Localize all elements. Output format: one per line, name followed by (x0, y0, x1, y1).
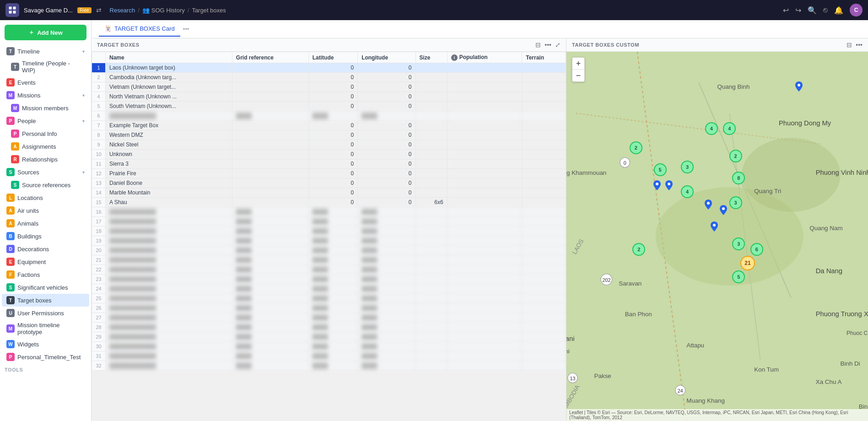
map-pin-7[interactable] (653, 180, 661, 192)
map-filter-icon[interactable]: ⊟ (846, 41, 852, 49)
map-cluster-3[interactable]: 4 (723, 122, 736, 135)
filter-icon[interactable]: ⊟ (535, 41, 541, 49)
more-icon[interactable]: ••• (545, 41, 551, 49)
sidebar-item-locations[interactable]: LLocations (2, 191, 89, 204)
sidebar-item-factions[interactable]: FFactions (2, 268, 89, 281)
app-logo[interactable] (5, 3, 19, 17)
sidebar-item-relationships[interactable]: RRelationships (2, 153, 89, 166)
sidebar-item-assignments[interactable]: AAssignments (2, 140, 89, 153)
user-avatar[interactable]: C (850, 4, 863, 16)
map-pin-0[interactable] (795, 81, 803, 93)
table-row[interactable]: 10Unknown00 (92, 150, 566, 159)
table-row[interactable]: 23████████████████████████ (92, 275, 566, 284)
sidebar-item-target-boxes[interactable]: TTarget boxes (2, 294, 89, 307)
map-cluster-19[interactable]: 5 (732, 270, 745, 283)
map-cluster-6[interactable]: 2 (729, 150, 742, 162)
table-row[interactable]: 21████████████████████████ (92, 255, 566, 265)
table-row[interactable]: 17████████████████████████ (92, 217, 566, 227)
col-header-grid[interactable]: Grid reference (232, 52, 308, 63)
sidebar-item-air-units[interactable]: AAir units (2, 204, 89, 217)
sidebar-item-timeline-people[interactable]: TTimeline (People - WIP) (2, 58, 89, 76)
table-row[interactable]: 9Nickel Steel00 (92, 140, 566, 150)
nav-sog-history[interactable]: 👥 SOG History (142, 7, 185, 14)
col-header-lat[interactable]: Latitude (308, 52, 357, 63)
map-cluster-13[interactable]: 3 (729, 196, 742, 209)
table-row[interactable]: 16████████████████████████ (92, 207, 566, 217)
sidebar-item-source-references[interactable]: SSource references (2, 178, 89, 191)
sidebar-item-personal-timeline[interactable]: PPersonal_Timeline_Test (2, 351, 89, 363)
table-row[interactable]: 4North Vietnam (Unknown ...00 (92, 92, 566, 102)
sidebar-item-buildings[interactable]: BBuildings (2, 230, 89, 243)
map-pin-11[interactable] (705, 200, 712, 211)
map-container[interactable]: + − (566, 52, 868, 421)
table-row[interactable]: 1Laos (Unknown target box)00 (92, 63, 566, 73)
col-header-name[interactable]: Name (106, 52, 232, 63)
add-new-button[interactable]: ＋ Add New (5, 25, 86, 40)
sidebar-item-sources[interactable]: SSources▾ (2, 166, 89, 178)
tab-more-icon[interactable]: ••• (183, 26, 189, 32)
table-row[interactable]: 14Marble Mountain00 (92, 188, 566, 198)
table-row[interactable]: 24████████████████████████ (92, 284, 566, 294)
search-icon[interactable]: 🔍 (808, 6, 817, 15)
table-row[interactable]: 22████████████████████████ (92, 265, 566, 275)
sidebar-item-mission-timeline[interactable]: MMission timeline prototype (2, 319, 89, 338)
map-cluster-4[interactable]: 5 (654, 163, 667, 176)
notification-icon[interactable]: 🔔 (834, 6, 843, 15)
table-row[interactable]: 20████████████████████████ (92, 246, 566, 255)
sidebar-item-widgets[interactable]: WWidgets (2, 338, 89, 351)
table-row[interactable]: 13Daniel Boone00 (92, 178, 566, 188)
sidebar-item-equipment[interactable]: EEquipment (2, 255, 89, 268)
sidebar-item-decorations[interactable]: DDecorations (2, 243, 89, 255)
share-icon[interactable]: ⎋ (823, 6, 828, 14)
map-cluster-10[interactable]: 8 (732, 172, 745, 184)
table-row[interactable]: 11Sierra 300 (92, 159, 566, 169)
redo-icon[interactable]: ↪ (795, 6, 801, 15)
table-row[interactable]: 31████████████████████████ (92, 351, 566, 361)
map-cluster-16[interactable]: 3 (732, 237, 745, 250)
table-row[interactable]: 25████████████████████████ (92, 294, 566, 303)
sidebar-item-events[interactable]: EEvents (2, 76, 89, 89)
col-header-pop[interactable]: iPopulation (447, 52, 522, 63)
table-row[interactable]: 19████████████████████████ (92, 236, 566, 246)
col-header-lon[interactable]: Longitude (358, 52, 415, 63)
zoom-in-button[interactable]: + (572, 58, 584, 70)
nav-research[interactable]: Research (110, 7, 135, 14)
col-header-size[interactable]: Size (415, 52, 447, 63)
undo-icon[interactable]: ↩ (783, 6, 789, 15)
table-row[interactable]: 12Prairie Fire00 (92, 169, 566, 178)
tab-target-boxes-card[interactable]: 🃏 TARGET BOXES Card (99, 22, 180, 37)
sidebar-item-mission-members[interactable]: MMission members (2, 102, 89, 114)
table-row[interactable]: 26████████████████████████ (92, 303, 566, 313)
map-more-icon[interactable]: ••• (856, 41, 863, 49)
table-row[interactable]: 5South Vietnam (Unknown...00 (92, 102, 566, 111)
table-row[interactable]: 30████████████████████████ (92, 342, 566, 351)
sidebar-item-missions[interactable]: MMissions▾ (2, 89, 89, 102)
table-row[interactable]: 6████████████████████████ (92, 111, 566, 121)
zoom-out-button[interactable]: − (572, 70, 584, 81)
sidebar-item-animals[interactable]: AAnimals (2, 217, 89, 230)
table-row[interactable]: 7Example Target Box00 (92, 121, 566, 130)
map-cluster-15[interactable]: 2 (632, 243, 645, 256)
map-cluster-5[interactable]: 3 (681, 161, 694, 173)
map-cluster-1[interactable]: 2 (630, 141, 642, 154)
sidebar-item-user-permissions[interactable]: UUser Permissions (2, 307, 89, 319)
table-row[interactable]: 18████████████████████████ (92, 227, 566, 236)
map-pin-12[interactable] (720, 205, 727, 216)
table-row[interactable]: 27████████████████████████ (92, 313, 566, 323)
map-pin-8[interactable] (665, 180, 673, 192)
sidebar-item-timeline[interactable]: TTimeline▾ (2, 45, 89, 58)
map-cluster-9[interactable]: 4 (681, 185, 694, 198)
table-row[interactable]: 29████████████████████████ (92, 332, 566, 342)
table-row[interactable]: 32████████████████████████ (92, 361, 566, 371)
table-row[interactable]: 2Cambodia (Unknown targ...00 (92, 73, 566, 82)
sidebar-item-people[interactable]: PPeople▾ (2, 114, 89, 127)
map-cluster-2[interactable]: 4 (705, 122, 718, 135)
map-cluster-18[interactable]: 21 (740, 256, 755, 270)
col-header-terrain[interactable]: Terrain (522, 52, 566, 63)
table-row[interactable]: 8Western DMZ00 (92, 130, 566, 140)
table-row[interactable]: 28████████████████████████ (92, 323, 566, 332)
expand-table-icon[interactable]: ⤢ (555, 41, 561, 49)
map-cluster-17[interactable]: 6 (750, 243, 763, 256)
sidebar-item-significant-vehicles[interactable]: SSignificant vehicles (2, 281, 89, 294)
expand-icon[interactable]: ⇄ (96, 6, 102, 14)
